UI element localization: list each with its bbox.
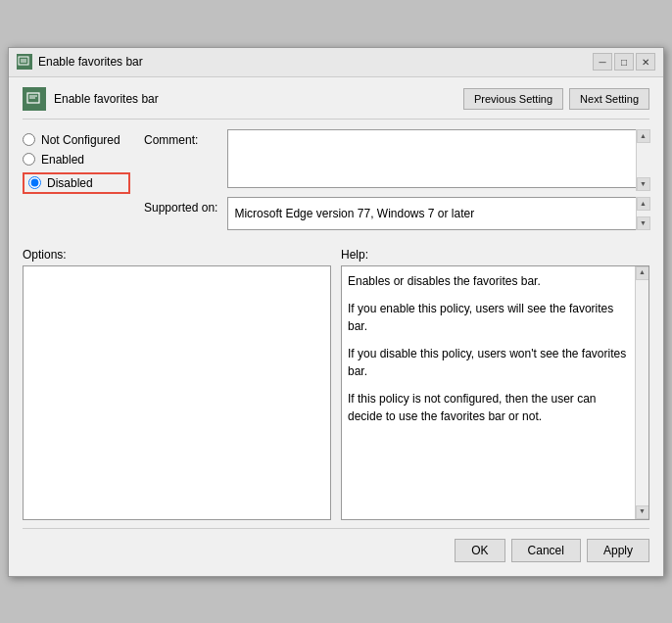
- window-icon: [17, 54, 32, 70]
- bottom-panels: Options: Help: Enables or disables the f…: [23, 248, 649, 520]
- fields-section: Comment: ▲ ▼ Supported on: Microsoft Edg…: [144, 129, 649, 230]
- previous-setting-button[interactable]: Previous Setting: [463, 88, 563, 110]
- options-label: Options:: [23, 248, 331, 262]
- disabled-radio[interactable]: [28, 176, 41, 189]
- setting-title: Enable favorites bar: [54, 92, 159, 106]
- help-label: Help:: [341, 248, 649, 262]
- comment-scrollbar: ▲ ▼: [636, 129, 649, 191]
- not-configured-radio-item: Not Configured: [23, 133, 130, 147]
- help-panel: Help: Enables or disables the favorites …: [341, 248, 649, 520]
- apply-button[interactable]: Apply: [587, 539, 649, 562]
- enabled-radio-item: Enabled: [23, 153, 130, 167]
- not-configured-label: Not Configured: [41, 133, 120, 147]
- supported-scroll-down[interactable]: ▼: [637, 216, 650, 230]
- close-button[interactable]: ✕: [636, 53, 655, 71]
- help-text-4: If this policy is not configured, then t…: [348, 390, 629, 425]
- disabled-radio-wrapper: Disabled: [23, 172, 130, 194]
- title-bar: Enable favorites bar ─ □ ✕: [9, 48, 663, 77]
- maximize-button[interactable]: □: [614, 53, 634, 71]
- nav-buttons: Previous Setting Next Setting: [463, 88, 649, 110]
- supported-scroll-up[interactable]: ▲: [637, 197, 650, 211]
- help-scroll-up[interactable]: ▲: [636, 266, 649, 280]
- options-box: [23, 265, 331, 520]
- help-box: Enables or disables the favorites bar. I…: [341, 265, 649, 520]
- supported-scrollbar: ▲ ▼: [636, 197, 649, 230]
- radio-section: Not Configured Enabled Disabled: [23, 133, 130, 230]
- main-window: Enable favorites bar ─ □ ✕ Enable favori…: [8, 47, 664, 577]
- window-title: Enable favorites bar: [38, 55, 143, 69]
- title-bar-left: Enable favorites bar: [17, 54, 143, 70]
- enabled-radio[interactable]: [23, 153, 35, 166]
- next-setting-button[interactable]: Next Setting: [569, 88, 649, 110]
- comment-textarea[interactable]: [227, 129, 649, 188]
- help-text-2: If you enable this policy, users will se…: [348, 300, 629, 335]
- setting-icon: [23, 87, 46, 111]
- enabled-label: Enabled: [41, 153, 84, 167]
- supported-field-box: Microsoft Edge version 77, Windows 7 or …: [227, 197, 649, 230]
- setting-title-area: Enable favorites bar: [23, 87, 159, 111]
- disabled-label: Disabled: [47, 176, 93, 190]
- fields-area: Comment: ▲ ▼ Supported on: Microsoft Edg…: [144, 129, 649, 240]
- comment-scroll-up[interactable]: ▲: [637, 129, 650, 143]
- comment-label: Comment:: [144, 129, 217, 191]
- top-section: Enable favorites bar Previous Setting Ne…: [23, 87, 649, 120]
- supported-value: Microsoft Edge version 77, Windows 7 or …: [227, 197, 649, 230]
- action-buttons: OK Cancel Apply: [23, 528, 649, 566]
- content-area: Enable favorites bar Previous Setting Ne…: [9, 77, 663, 576]
- help-scrollbar: ▲ ▼: [635, 266, 648, 519]
- minimize-button[interactable]: ─: [593, 53, 612, 71]
- help-scroll-down[interactable]: ▼: [636, 505, 649, 519]
- comment-field-box: ▲ ▼: [227, 129, 649, 191]
- svg-rect-0: [19, 57, 28, 65]
- help-text-3: If you disable this policy, users won't …: [348, 345, 629, 380]
- comment-scroll-down[interactable]: ▼: [637, 177, 650, 191]
- cancel-button[interactable]: Cancel: [511, 539, 581, 562]
- not-configured-radio[interactable]: [23, 133, 35, 146]
- options-panel: Options:: [23, 248, 331, 520]
- title-controls: ─ □ ✕: [593, 53, 655, 71]
- help-text-1: Enables or disables the favorites bar.: [348, 272, 629, 290]
- supported-label: Supported on:: [144, 197, 217, 230]
- ok-button[interactable]: OK: [455, 539, 504, 562]
